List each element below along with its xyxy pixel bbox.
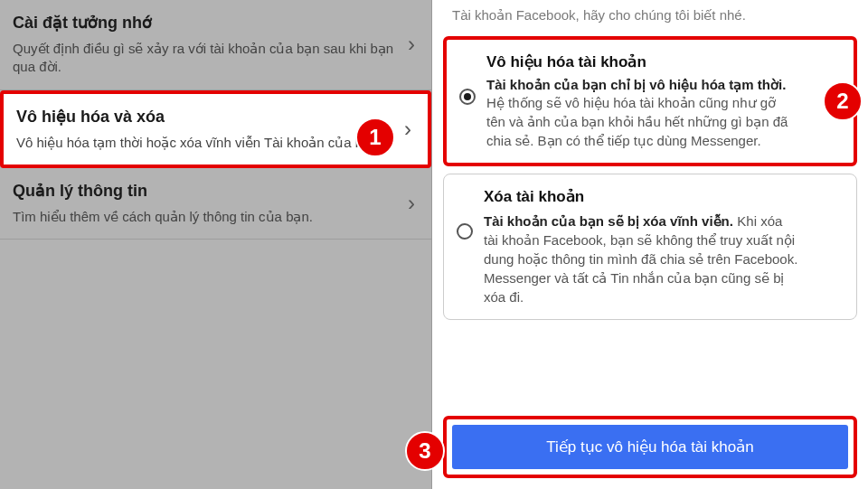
step-badge-1: 1	[355, 118, 395, 157]
intro-text: Tài khoản Facebook, hãy cho chúng tôi bi…	[432, 0, 868, 29]
radio-selected-icon[interactable]	[459, 89, 476, 105]
option-title: Vô hiệu hóa tài khoản	[486, 52, 796, 71]
menu-item-deactivate-delete[interactable]: Vô hiệu hóa và xóa Vô hiệu hóa tạm thời …	[0, 90, 431, 168]
menu-item-title: Vô hiệu hóa và xóa	[16, 107, 397, 127]
menu-item-desc: Tìm hiểu thêm về cách quản lý thông tin …	[13, 208, 401, 226]
menu-item-manage-info[interactable]: Quản lý thông tin Tìm hiểu thêm về cách …	[0, 168, 431, 240]
step-badge-3: 3	[405, 431, 445, 471]
chevron-right-icon: ›	[404, 117, 411, 142]
menu-item-title: Quản lý thông tin	[13, 181, 401, 201]
menu-item-memorial[interactable]: Cài đặt tưởng nhớ Quyết định điều gì sẽ …	[0, 0, 431, 90]
option-deactivate-account[interactable]: Vô hiệu hóa tài khoản Tài khoản của bạn …	[443, 36, 857, 166]
step-badge-2: 2	[823, 81, 863, 121]
continue-deactivate-button[interactable]: Tiếp tục vô hiệu hóa tài khoản	[452, 425, 848, 469]
option-delete-account[interactable]: Xóa tài khoản Tài khoản của bạn sẽ bị xó…	[443, 174, 857, 320]
option-lead: Tài khoản của bạn sẽ bị xóa vĩnh viễn.	[484, 213, 733, 229]
menu-item-desc: Quyết định điều gì sẽ xảy ra với tài kho…	[13, 40, 401, 77]
deactivate-delete-panel: Tài khoản Facebook, hãy cho chúng tôi bi…	[432, 0, 868, 489]
chevron-right-icon: ›	[408, 191, 415, 216]
option-lead: Tài khoản của bạn chỉ bị vô hiệu hóa tạm…	[486, 77, 786, 92]
option-body: Hệ thống sẽ vô hiệu hóa tài khoản cũng n…	[486, 95, 788, 148]
settings-list-panel: Cài đặt tưởng nhớ Quyết định điều gì sẽ …	[0, 0, 432, 489]
chevron-right-icon: ›	[408, 32, 415, 57]
radio-unselected-icon[interactable]	[457, 223, 473, 240]
menu-item-desc: Vô hiệu hóa tạm thời hoặc xóa vĩnh viễn …	[16, 134, 397, 152]
continue-button-highlight: Tiếp tục vô hiệu hóa tài khoản	[443, 416, 857, 478]
menu-item-title: Cài đặt tưởng nhớ	[13, 13, 401, 33]
option-title: Xóa tài khoản	[484, 187, 798, 206]
